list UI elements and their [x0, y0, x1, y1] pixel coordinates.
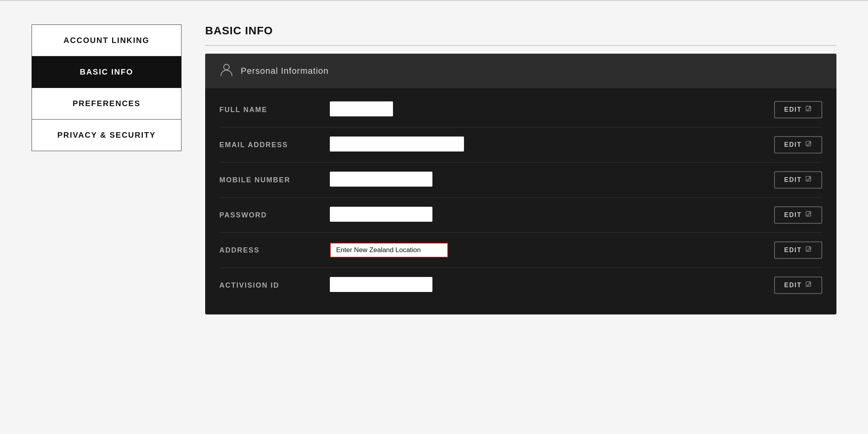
sidebar-item-privacy-security[interactable]: PRIVACY & SECURITY: [32, 120, 181, 151]
field-input-mobile-number[interactable]: [330, 172, 432, 187]
edit-icon-email-address: [806, 141, 812, 149]
edit-button-full-name[interactable]: EDIT: [774, 101, 822, 118]
info-row-address: ADDRESSEnter New Zealand LocationEDIT: [219, 233, 822, 268]
info-row-mobile-number: MOBILE NUMBEREDIT: [219, 163, 822, 198]
card-header: Personal Information: [205, 54, 836, 88]
edit-button-address[interactable]: EDIT: [774, 241, 822, 259]
main-content: BASIC INFO Personal Information FULL NAM…: [205, 24, 836, 314]
info-row-password: PASSWORDEDIT: [219, 198, 822, 233]
edit-icon-full-name: [806, 106, 812, 114]
sidebar-item-basic-info[interactable]: BASIC INFO: [32, 56, 181, 88]
field-value-activision-id: [330, 277, 774, 294]
info-row-email-address: EMAIL ADDRESSEDIT: [219, 127, 822, 163]
edit-icon-activision-id: [806, 281, 812, 289]
field-input-password[interactable]: [330, 207, 432, 222]
info-row-full-name: FULL NAMEEDIT: [219, 92, 822, 127]
section-divider: [205, 45, 836, 46]
edit-button-mobile-number[interactable]: EDIT: [774, 171, 822, 189]
field-input-activision-id[interactable]: [330, 277, 432, 292]
info-row-activision-id: ACTIVISION IDEDIT: [219, 268, 822, 303]
edit-button-email-address[interactable]: EDIT: [774, 136, 822, 153]
field-label-email-address: EMAIL ADDRESS: [219, 141, 330, 149]
person-icon: [219, 62, 234, 80]
field-label-full-name: FULL NAME: [219, 106, 330, 114]
edit-button-password[interactable]: EDIT: [774, 206, 822, 224]
field-label-password: PASSWORD: [219, 211, 330, 219]
edit-icon-mobile-number: [806, 176, 812, 184]
edit-label-mobile-number: EDIT: [784, 176, 802, 183]
field-label-address: ADDRESS: [219, 246, 330, 254]
sidebar-item-preferences[interactable]: PREFERENCES: [32, 88, 181, 120]
field-label-mobile-number: MOBILE NUMBER: [219, 176, 330, 184]
card-header-title: Personal Information: [241, 66, 329, 76]
edit-button-activision-id[interactable]: EDIT: [774, 277, 822, 294]
field-value-password: [330, 207, 774, 223]
field-value-mobile-number: [330, 172, 774, 188]
edit-label-full-name: EDIT: [784, 106, 802, 113]
svg-point-0: [224, 64, 229, 70]
field-value-address: Enter New Zealand Location: [330, 243, 774, 258]
field-value-email-address: [330, 137, 774, 153]
edit-label-activision-id: EDIT: [784, 282, 802, 289]
field-input-full-name[interactable]: [330, 101, 393, 116]
edit-icon-address: [806, 246, 812, 254]
edit-label-password: EDIT: [784, 211, 802, 219]
sidebar: ACCOUNT LINKINGBASIC INFOPREFERENCESPRIV…: [32, 24, 181, 314]
sidebar-item-account-linking[interactable]: ACCOUNT LINKING: [32, 24, 181, 56]
address-input[interactable]: Enter New Zealand Location: [330, 243, 448, 258]
field-value-full-name: [330, 101, 774, 118]
field-input-email-address[interactable]: [330, 137, 464, 152]
edit-icon-password: [806, 211, 812, 219]
edit-label-email-address: EDIT: [784, 141, 802, 148]
info-rows: FULL NAMEEDIT EMAIL ADDRESSEDIT MOBILE N…: [205, 88, 836, 314]
section-title: BASIC INFO: [205, 24, 836, 37]
field-label-activision-id: ACTIVISION ID: [219, 281, 330, 290]
info-card: Personal Information FULL NAMEEDIT EMAIL…: [205, 54, 836, 314]
edit-label-address: EDIT: [784, 247, 802, 254]
